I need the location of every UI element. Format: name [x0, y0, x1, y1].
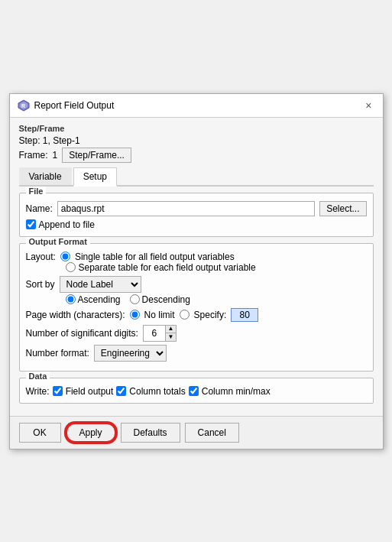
- cancel-button[interactable]: Cancel: [185, 423, 239, 443]
- step-frame-button[interactable]: Step/Frame...: [62, 148, 131, 163]
- spinner-up[interactable]: ▲: [165, 326, 176, 333]
- descending-label: Descending: [142, 294, 190, 305]
- layout-single-label: Single table for all field output variab…: [75, 252, 235, 262]
- frame-label: Frame:: [19, 150, 48, 161]
- name-label: Name:: [26, 203, 53, 214]
- digits-label: Number of significant digits:: [26, 328, 138, 339]
- sort-by-row: Sort by Node Label Element Label Distanc…: [26, 276, 367, 293]
- output-format-group: Output Format Layout: Single table for a…: [19, 243, 374, 372]
- report-field-output-dialog: R Report Field Output × Step/Frame Step:…: [9, 93, 384, 450]
- layout-separate-label: Separate table for each field output var…: [79, 262, 256, 273]
- layout-radio-separate[interactable]: [66, 262, 76, 272]
- field-output-checkbox[interactable]: [53, 386, 63, 396]
- field-output-label: Field output: [66, 386, 114, 397]
- file-name-row: Name: Select...: [26, 201, 367, 216]
- page-width-row: Page width (characters): No limit Specif…: [26, 308, 367, 322]
- data-group: Data Write: Field output Column totals C…: [19, 378, 374, 404]
- digits-spinner: ▲ ▼: [143, 325, 177, 342]
- number-format-row: Number format: Engineering Scientific Fi…: [26, 345, 367, 362]
- descending-option[interactable]: Descending: [130, 294, 190, 305]
- spinner-down[interactable]: ▼: [165, 333, 176, 341]
- format-select[interactable]: Engineering Scientific Fixed: [94, 345, 167, 362]
- layout-separate-row: Separate table for each field output var…: [26, 262, 367, 273]
- layout-row: Layout: Single table for all field outpu…: [26, 252, 367, 262]
- frame-value: 1: [53, 150, 58, 161]
- specify-input[interactable]: [231, 308, 258, 322]
- specify-label: Specify:: [194, 310, 227, 320]
- sort-by-select[interactable]: Node Label Element Label Distance: [60, 276, 141, 293]
- bottom-buttons: OK Apply Defaults Cancel: [10, 416, 383, 449]
- append-checkbox[interactable]: [26, 219, 36, 229]
- output-format-title: Output Format: [26, 237, 90, 246]
- close-button[interactable]: ×: [362, 99, 374, 112]
- ascending-label: Ascending: [78, 294, 121, 305]
- asc-desc-row: Ascending Descending: [26, 294, 367, 305]
- step-frame-section: Step/Frame Step: 1, Step-1 Frame: 1 Step…: [19, 124, 374, 163]
- tab-setup[interactable]: Setup: [73, 167, 117, 187]
- layout-label: Layout:: [26, 252, 56, 262]
- specify-radio[interactable]: [180, 310, 190, 320]
- write-label: Write:: [26, 386, 50, 397]
- select-button[interactable]: Select...: [319, 201, 366, 216]
- column-minmax-label: Column min/max: [202, 386, 271, 397]
- dialog-title: Report Field Output: [34, 100, 115, 111]
- data-group-title: Data: [26, 372, 50, 381]
- no-limit-label: No limit: [144, 310, 175, 320]
- no-limit-radio[interactable]: [130, 310, 140, 320]
- page-width-label: Page width (characters):: [26, 310, 125, 320]
- frame-line: Frame: 1 Step/Frame...: [19, 148, 374, 163]
- ascending-radio[interactable]: [66, 294, 76, 304]
- column-minmax-checkbox[interactable]: [189, 386, 199, 396]
- digits-input[interactable]: [144, 327, 165, 339]
- append-label: Append to file: [39, 219, 95, 230]
- title-bar-left: R Report Field Output: [18, 99, 115, 112]
- column-totals-label: Column totals: [129, 386, 185, 397]
- descending-radio[interactable]: [130, 294, 140, 304]
- ok-button[interactable]: OK: [19, 423, 61, 443]
- ascending-option[interactable]: Ascending: [66, 294, 121, 305]
- sort-by-label: Sort by: [26, 279, 55, 290]
- apply-button[interactable]: Apply: [66, 423, 116, 443]
- defaults-button[interactable]: Defaults: [121, 423, 180, 443]
- tabs: Variable Setup: [19, 167, 374, 187]
- column-totals-checkbox[interactable]: [116, 386, 126, 396]
- title-bar: R Report Field Output ×: [10, 94, 383, 118]
- layout-radio-single[interactable]: [60, 252, 70, 261]
- file-group: File Name: Select... Append to file: [19, 193, 374, 237]
- spinner-buttons: ▲ ▼: [165, 326, 176, 341]
- dialog-icon: R: [18, 99, 30, 112]
- step-frame-label: Step/Frame: [19, 124, 374, 133]
- dialog-body: Step/Frame Step: 1, Step-1 Frame: 1 Step…: [10, 118, 383, 416]
- svg-text:R: R: [21, 103, 25, 109]
- file-group-title: File: [26, 187, 47, 196]
- data-write-row: Write: Field output Column totals Column…: [26, 386, 367, 397]
- step-text: Step: 1, Step-1: [19, 135, 374, 146]
- tab-variable[interactable]: Variable: [19, 167, 72, 185]
- append-row: Append to file: [26, 219, 367, 230]
- digits-row: Number of significant digits: ▲ ▼: [26, 325, 367, 342]
- format-label: Number format:: [26, 348, 89, 359]
- file-name-input[interactable]: [57, 201, 315, 216]
